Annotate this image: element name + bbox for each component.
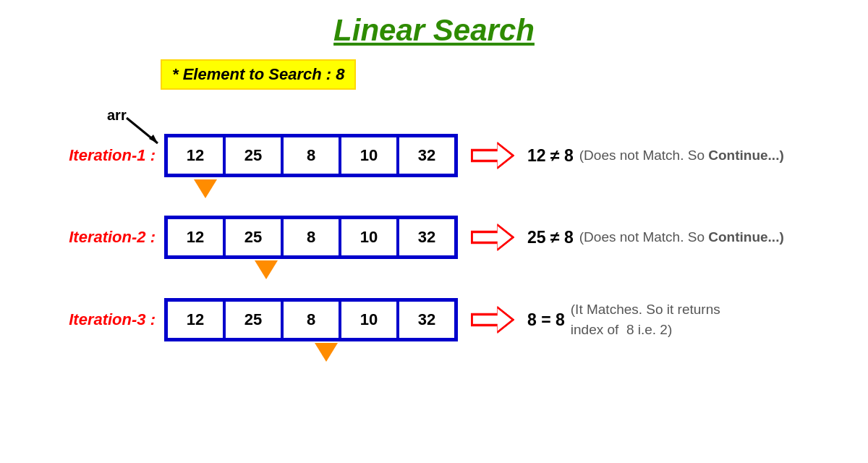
triangle-2 (255, 260, 278, 279)
cell-1-1: 25 (224, 136, 282, 175)
page-title: Linear Search (0, 0, 868, 48)
right-arrow-1 (471, 143, 514, 169)
pointer-3 (315, 343, 338, 362)
cell-2-0: 12 (166, 218, 224, 257)
cell-1-2: 8 (282, 136, 340, 175)
result-note-2: (Does not Match. So Continue...) (579, 229, 784, 245)
cell-2-4: 32 (398, 218, 456, 257)
result-equation-1: 12 ≠ 8 (527, 146, 574, 166)
cell-3-2: 8 (282, 300, 340, 339)
triangle-3 (315, 343, 338, 362)
triangle-1 (194, 179, 217, 198)
element-to-search-box: * Element to Search : 8 (161, 59, 356, 90)
iteration-1-row: Iteration-1 : 12 25 8 10 32 12 ≠ 8 (Does… (43, 134, 784, 177)
cell-1-0: 12 (166, 136, 224, 175)
right-arrow-3 (471, 307, 514, 333)
svg-marker-3 (473, 145, 511, 167)
cell-1-4: 32 (398, 136, 456, 175)
result-equation-2: 25 ≠ 8 (527, 228, 574, 247)
svg-marker-7 (473, 309, 511, 331)
iteration-2-label: Iteration-2 : (43, 228, 156, 247)
iteration-3-label: Iteration-3 : (43, 310, 156, 329)
right-arrow-2 (471, 224, 514, 250)
cell-3-1: 25 (224, 300, 282, 339)
cell-3-4: 32 (398, 300, 456, 339)
result-note-1: (Does not Match. So Continue...) (579, 148, 784, 163)
iteration-2-row: Iteration-2 : 12 25 8 10 32 25 ≠ 8 (Does… (43, 216, 784, 259)
pointer-2 (255, 260, 278, 279)
iteration-1-cells: 12 25 8 10 32 (164, 134, 458, 177)
result-equation-3: 8 = 8 (527, 310, 565, 330)
cell-3-0: 12 (166, 300, 224, 339)
iteration-2-cells: 12 25 8 10 32 (164, 216, 458, 259)
pointer-1 (194, 179, 217, 198)
cell-1-3: 10 (340, 136, 398, 175)
cell-2-1: 25 (224, 218, 282, 257)
svg-marker-5 (473, 226, 511, 249)
iteration-3-row: Iteration-3 : 12 25 8 10 32 8 = 8 (It Ma… (43, 298, 720, 341)
cell-3-3: 10 (340, 300, 398, 339)
iteration-1-label: Iteration-1 : (43, 146, 156, 165)
iteration-3-cells: 12 25 8 10 32 (164, 298, 458, 341)
result-note-3: (It Matches. So it returnsindex of 8 i.e… (571, 300, 720, 341)
cell-2-3: 10 (340, 218, 398, 257)
cell-2-2: 8 (282, 218, 340, 257)
